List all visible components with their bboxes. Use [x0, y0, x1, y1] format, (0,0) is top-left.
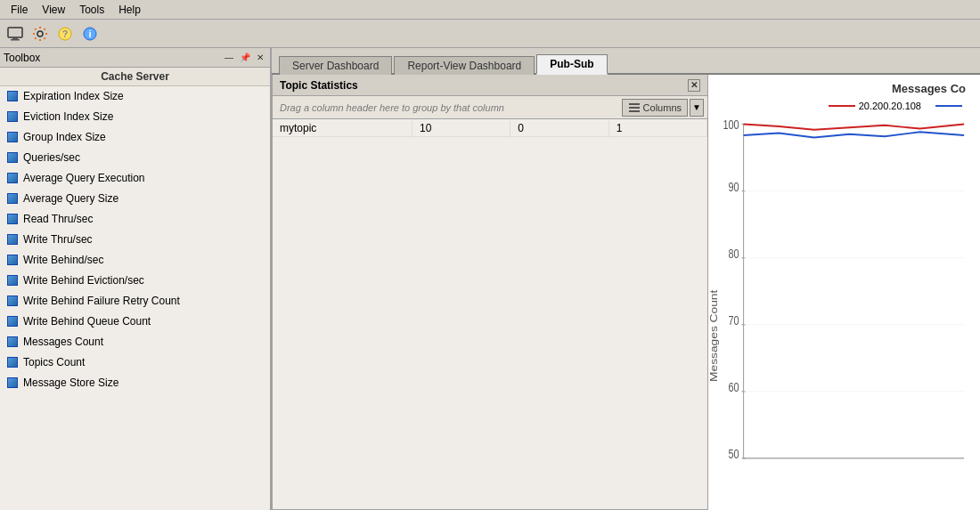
toolbox-item-12[interactable]: Messages Count — [0, 332, 270, 352]
chart-area: Messages Co 20.200.20.108 — [708, 75, 980, 510]
chart-svg-container: 100 90 80 70 60 — [708, 113, 980, 510]
toolbox-item-6[interactable]: Read Thru/sec — [0, 209, 270, 230]
tab-server-dashboard[interactable]: Server Dashboard — [279, 56, 392, 75]
main-layout: Toolbox — 📌 ✕ Cache Server Expiration In… — [0, 48, 980, 510]
toolbox-item-9[interactable]: Write Behind Eviction/sec — [0, 271, 270, 291]
legend-item-2 — [935, 105, 966, 107]
toolbox-item-label-7: Write Thru/sec — [23, 233, 93, 246]
toolbox-item-label-8: Write Behind/sec — [23, 254, 104, 266]
right-panel: Server Dashboard Report-View Dashboard P… — [272, 48, 980, 510]
svg-text:80: 80 — [729, 247, 739, 261]
drag-column-hint: Drag a column header here to group by th… — [276, 102, 622, 113]
toolbox-list-container[interactable]: Expiration Index Size Eviction Index Siz… — [0, 86, 270, 510]
toolbox-item-3[interactable]: Queries/sec — [0, 148, 270, 168]
y-axis-title: Messages Count — [708, 289, 719, 382]
toolbox-item-10[interactable]: Write Behind Failure Retry Count — [0, 291, 270, 312]
data-grid[interactable]: mytopic 10 0 1 — [273, 119, 707, 509]
toolbox-item-4[interactable]: Average Query Execution — [0, 168, 270, 189]
toolbox-item-14[interactable]: Message Store Size — [0, 373, 270, 393]
columns-button[interactable]: Columns — [622, 99, 688, 117]
toolbox-item-label-13: Topics Count — [23, 356, 85, 368]
toolbox-category: Cache Server — [0, 68, 270, 86]
topic-stats-title: Topic Statistics — [280, 79, 358, 92]
toolbox-item-11[interactable]: Write Behind Queue Count — [0, 312, 270, 332]
toolbar-btn-info[interactable]: ? — [53, 22, 77, 45]
chart-legend: 20.200.20.108 — [708, 99, 980, 113]
tab-bar: Server Dashboard Report-View Dashboard P… — [272, 48, 980, 75]
menu-view[interactable]: View — [35, 2, 72, 18]
chart-title: Messages Co — [708, 75, 980, 99]
toolbox-item-label-0: Expiration Index Size — [23, 90, 124, 102]
toolbox-item-label-6: Read Thru/sec — [23, 213, 94, 225]
toolbox-item-icon-13 — [5, 355, 20, 369]
toolbox-item-label-1: Eviction Index Size — [23, 110, 113, 123]
toolbox-item-icon-0 — [5, 89, 20, 103]
toolbox-close-btn[interactable]: ✕ — [254, 52, 266, 63]
toolbox-item-label-14: Message Store Size — [23, 376, 118, 389]
toolbox-item-label-3: Queries/sec — [23, 151, 80, 164]
legend-line-2 — [935, 105, 962, 107]
grid-scroll-btn[interactable]: ▼ — [690, 99, 704, 117]
toolbox-item-2[interactable]: Group Index Size — [0, 127, 270, 148]
svg-text:70: 70 — [729, 314, 739, 328]
menu-help[interactable]: Help — [111, 2, 148, 18]
cell-col2: 0 — [510, 120, 608, 136]
toolbox-item-icon-7 — [5, 232, 20, 247]
svg-rect-2 — [11, 39, 20, 41]
svg-rect-1 — [12, 37, 18, 39]
topic-stats-close-btn[interactable]: ✕ — [688, 79, 700, 92]
toolbox-item-icon-10 — [5, 294, 20, 308]
toolbox-item-label-4: Average Query Execution — [23, 172, 145, 184]
svg-point-3 — [37, 31, 43, 36]
cell-topic: mytopic — [273, 120, 412, 136]
toolbox-title: Toolbox — [4, 52, 40, 64]
toolbox-item-icon-3 — [5, 150, 20, 165]
toolbox-item-13[interactable]: Topics Count — [0, 352, 270, 373]
toolbar-btn-settings[interactable] — [29, 22, 52, 45]
toolbox-item-label-5: Average Query Size — [23, 192, 118, 205]
toolbox-item-icon-2 — [5, 130, 20, 144]
toolbar-btn-about[interactable]: i — [78, 22, 102, 45]
toolbox-item-8[interactable]: Write Behind/sec — [0, 250, 270, 271]
tab-pub-sub[interactable]: Pub-Sub — [536, 54, 607, 75]
toolbox-item-1[interactable]: Eviction Index Size — [0, 107, 270, 127]
toolbox-item-icon-12 — [5, 335, 20, 349]
svg-rect-0 — [8, 28, 22, 37]
cell-col1: 10 — [412, 120, 510, 136]
toolbox-item-5[interactable]: Average Query Size — [0, 189, 270, 209]
topic-stats-header: Topic Statistics ✕ — [273, 75, 707, 96]
svg-text:100: 100 — [723, 117, 739, 132]
toolbox-item-icon-8 — [5, 253, 20, 267]
legend-item-1: 20.200.20.108 — [829, 101, 921, 111]
toolbar-btn-screen[interactable] — [4, 22, 27, 45]
toolbox-item-icon-4 — [5, 171, 20, 185]
toolbox-list: Expiration Index Size Eviction Index Siz… — [0, 86, 270, 393]
toolbox-item-label-9: Write Behind Eviction/sec — [23, 274, 144, 287]
table-row[interactable]: mytopic 10 0 1 — [273, 119, 707, 137]
toolbox-item-0[interactable]: Expiration Index Size — [0, 86, 270, 107]
menu-tools[interactable]: Tools — [72, 2, 111, 18]
toolbox-item-icon-5 — [5, 191, 20, 206]
toolbox-item-icon-6 — [5, 212, 20, 226]
toolbox-item-icon-1 — [5, 109, 20, 124]
toolbox-item-label-10: Write Behind Failure Retry Count — [23, 295, 180, 307]
toolbox-pin-btn[interactable]: 📌 — [237, 52, 253, 63]
toolbox-item-label-2: Group Index Size — [23, 131, 106, 143]
menu-bar: File View Tools Help — [0, 0, 980, 20]
toolbox-item-icon-14 — [5, 376, 20, 390]
toolbox-item-icon-11 — [5, 314, 20, 328]
legend-label-1: 20.200.20.108 — [859, 101, 921, 111]
toolbox: Toolbox — 📌 ✕ Cache Server Expiration In… — [0, 48, 272, 510]
chart-svg: 100 90 80 70 60 — [708, 113, 973, 503]
menu-file[interactable]: File — [4, 2, 35, 18]
svg-text:50: 50 — [729, 448, 739, 462]
columns-icon — [628, 101, 641, 114]
toolbox-item-label-11: Write Behind Queue Count — [23, 315, 151, 328]
toolbox-minimize-btn[interactable]: — — [222, 52, 236, 63]
toolbox-controls: — 📌 ✕ — [222, 52, 266, 63]
legend-line-1 — [829, 105, 855, 107]
tab-report-view-dashboard[interactable]: Report-View Dashboard — [394, 56, 535, 75]
grid-header: Drag a column header here to group by th… — [273, 96, 707, 119]
toolbox-item-7[interactable]: Write Thru/sec — [0, 230, 270, 250]
toolbox-header: Toolbox — 📌 ✕ — [0, 48, 270, 68]
